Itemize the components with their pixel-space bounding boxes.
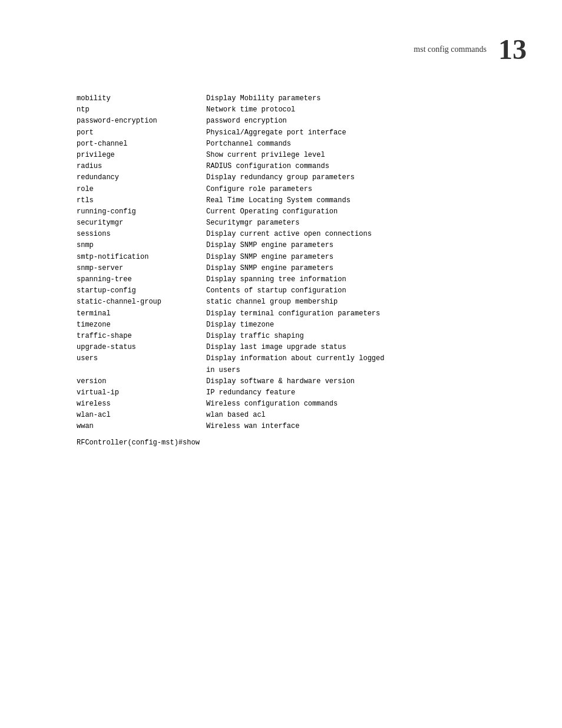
command-desc: Portchannel commands: [206, 139, 527, 150]
command-name: startup-config: [77, 285, 206, 297]
command-name: users: [77, 353, 206, 364]
table-row: radiusRADIUS configuration commands: [77, 161, 527, 172]
command-name: virtual-ip: [77, 387, 206, 398]
command-name: port-channel: [77, 139, 206, 150]
command-desc: Contents of startup configuration: [206, 285, 527, 297]
table-row: virtual-ipIP redundancy feature: [77, 387, 527, 398]
command-name: securitymgr: [77, 218, 206, 229]
command-desc: Wireless configuration commands: [206, 398, 527, 410]
table-row: running-configCurrent Operating configur…: [77, 206, 527, 218]
command-desc: Physical/Aggregate port interface: [206, 127, 527, 139]
command-desc: Display SNMP engine parameters: [206, 263, 527, 274]
command-name: rtls: [77, 195, 206, 206]
command-desc: Real Time Locating System commands: [206, 195, 527, 206]
command-name: snmp: [77, 240, 206, 251]
command-desc: Display information about currently logg…: [206, 353, 384, 375]
command-desc: Display SNMP engine parameters: [206, 240, 527, 251]
table-row: smtp-notification Display SNMP engine pa…: [77, 252, 527, 263]
command-table: mobilityDisplay Mobility parametersntpNe…: [77, 93, 527, 449]
page-title: mst config commands: [414, 45, 487, 54]
command-desc: static channel group membership: [206, 297, 527, 308]
command-desc: Display last image upgrade status: [206, 342, 527, 353]
table-row: startup-configContents of startup config…: [77, 285, 527, 297]
table-row: upgrade-statusDisplay last image upgrade…: [77, 342, 527, 353]
command-desc: Network time protocol: [206, 104, 527, 116]
chapter-number: 13: [498, 35, 527, 64]
command-name: mobility: [77, 93, 206, 104]
table-row: static-channel-groupstatic channel group…: [77, 297, 527, 308]
command-name: static-channel-group: [77, 297, 206, 308]
table-row: roleConfigure role parameters: [77, 184, 527, 195]
table-row: timezoneDisplay timezone: [77, 319, 527, 331]
command-name: version: [77, 376, 206, 387]
table-row: password-encryptionpassword encryption: [77, 116, 527, 127]
command-desc: Display spanning tree information: [206, 274, 527, 285]
command-desc: Wireless wan interface: [206, 421, 527, 432]
table-row: snmp-serverDisplay SNMP engine parameter…: [77, 263, 527, 274]
command-name: wlan-acl: [77, 410, 206, 421]
table-row: portPhysical/Aggregate port interface: [77, 127, 527, 139]
table-row: terminalDisplay terminal configuration p…: [77, 308, 527, 319]
command-name: terminal: [77, 308, 206, 319]
command-desc: IP redundancy feature: [206, 387, 527, 398]
table-row: sessionsDisplay current active open conn…: [77, 229, 527, 240]
command-desc: Show current privilege level: [206, 150, 527, 161]
command-name: spanning-tree: [77, 274, 206, 285]
command-name: upgrade-status: [77, 342, 206, 353]
command-desc: Display traffic shaping: [206, 331, 527, 342]
command-desc: Display Mobility parameters: [206, 93, 527, 104]
command-desc: Configure role parameters: [206, 184, 527, 195]
page-container: mst config commands 13 mobilityDisplay M…: [0, 0, 562, 728]
table-row: usersDisplay information about currently…: [77, 353, 527, 375]
table-row: wwanWireless wan interface: [77, 421, 527, 432]
command-desc: Display software & hardware version: [206, 376, 527, 387]
command-desc: Current Operating configuration: [206, 206, 527, 218]
command-desc: Display terminal configuration parameter…: [206, 308, 527, 319]
content-area: mobilityDisplay Mobility parametersntpNe…: [0, 75, 562, 472]
command-name: smtp-notification: [77, 252, 206, 263]
command-name: port: [77, 127, 206, 139]
command-name: snmp-server: [77, 263, 206, 274]
command-desc: Securitymgr parameters: [206, 218, 527, 229]
table-row: wlan-aclwlan based acl: [77, 410, 527, 421]
command-name: role: [77, 184, 206, 195]
command-name: radius: [77, 161, 206, 172]
command-name: sessions: [77, 229, 206, 240]
command-desc: Display current active open connections: [206, 229, 527, 240]
command-name: privilege: [77, 150, 206, 161]
command-desc: Display timezone: [206, 319, 527, 331]
table-row: redundancyDisplay redundancy group param…: [77, 172, 527, 183]
command-name: timezone: [77, 319, 206, 331]
table-row: versionDisplay software & hardware versi…: [77, 376, 527, 387]
table-row: snmpDisplay SNMP engine parameters: [77, 240, 527, 251]
command-name: wireless: [77, 398, 206, 410]
command-desc: wlan based acl: [206, 410, 527, 421]
page-header: mst config commands 13: [0, 24, 562, 75]
command-name: wwan: [77, 421, 206, 432]
command-desc: password encryption: [206, 116, 527, 127]
command-desc: Display SNMP engine parameters: [206, 252, 527, 263]
command-name: redundancy: [77, 172, 206, 183]
table-row: securitymgrSecuritymgr parameters: [77, 218, 527, 229]
command-name: ntp: [77, 104, 206, 116]
command-desc: RADIUS configuration commands: [206, 161, 527, 172]
table-row: mobilityDisplay Mobility parameters: [77, 93, 527, 104]
table-row: ntpNetwork time protocol: [77, 104, 527, 116]
table-row: wirelessWireless configuration commands: [77, 398, 527, 410]
command-name: password-encryption: [77, 116, 206, 127]
table-row: privilegeShow current privilege level: [77, 150, 527, 161]
table-row: traffic-shapeDisplay traffic shaping: [77, 331, 527, 342]
table-row: spanning-treeDisplay spanning tree infor…: [77, 274, 527, 285]
cli-prompt: RFController(config-mst)#show: [77, 437, 527, 449]
command-desc: Display redundancy group parameters: [206, 172, 527, 183]
command-name: running-config: [77, 206, 206, 218]
table-row: rtlsReal Time Locating System commands: [77, 195, 527, 206]
command-name: traffic-shape: [77, 331, 206, 342]
table-row: port-channelPortchannel commands: [77, 139, 527, 150]
